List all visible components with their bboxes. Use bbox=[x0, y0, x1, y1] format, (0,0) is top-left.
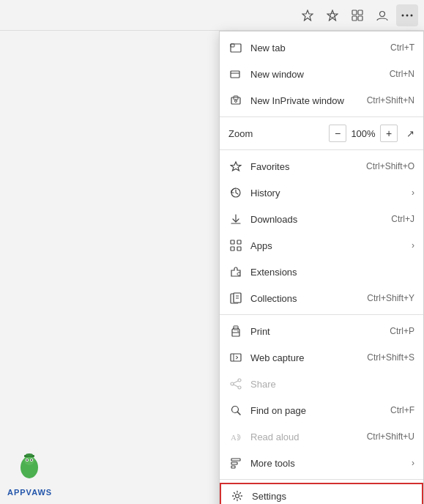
svg-point-38 bbox=[238, 386, 241, 389]
divider-4 bbox=[220, 479, 423, 480]
svg-point-8 bbox=[402, 14, 404, 16]
svg-rect-45 bbox=[231, 459, 240, 461]
menu-label-collections: Collections bbox=[250, 293, 361, 304]
svg-rect-5 bbox=[352, 16, 357, 21]
menu-item-downloads[interactable]: Downloads Ctrl+J bbox=[220, 206, 423, 232]
menu-shortcut-new-tab: Ctrl+T bbox=[390, 42, 414, 53]
downloads-icon bbox=[228, 212, 243, 226]
menu-item-apps[interactable]: Apps › bbox=[220, 232, 423, 259]
svg-point-9 bbox=[406, 14, 409, 16]
apps-icon bbox=[228, 238, 243, 253]
more-tools-toolbar-btn[interactable] bbox=[396, 4, 418, 26]
find-icon bbox=[228, 403, 243, 418]
zoom-in-button[interactable]: + bbox=[380, 125, 398, 142]
menu-item-findonpage[interactable]: Find on page Ctrl+F bbox=[220, 397, 423, 423]
svg-rect-4 bbox=[358, 10, 362, 15]
menu-label-new-tab: New tab bbox=[250, 42, 384, 53]
zoom-expand-icon[interactable]: ↗ bbox=[406, 128, 414, 139]
history-arrow-icon: › bbox=[412, 188, 414, 198]
menu-label-settings: Settings bbox=[252, 491, 413, 502]
menu-label-extensions: Extensions bbox=[250, 267, 414, 278]
extensions-icon bbox=[228, 264, 243, 279]
moretools-icon bbox=[228, 456, 243, 470]
menu-shortcut-new-inprivate: Ctrl+Shift+N bbox=[367, 95, 414, 105]
appvaws-text: APPVAWS bbox=[7, 488, 52, 497]
svg-point-2 bbox=[330, 13, 335, 18]
newtab-icon bbox=[228, 40, 243, 55]
svg-point-7 bbox=[380, 11, 385, 16]
svg-point-56 bbox=[31, 459, 32, 461]
menu-label-history: History bbox=[250, 188, 330, 199]
menu-item-new-inprivate[interactable]: New InPrivate window Ctrl+Shift+N bbox=[220, 87, 423, 114]
zoom-out-button[interactable]: − bbox=[329, 125, 346, 142]
menu-label-webcapture: Web capture bbox=[250, 352, 361, 363]
menu-label-print: Print bbox=[250, 326, 384, 337]
menu-item-collections[interactable]: Collections Ctrl+Shift+Y bbox=[220, 285, 423, 311]
print-icon bbox=[228, 324, 243, 338]
svg-text:A: A bbox=[231, 433, 237, 442]
browser-toolbar bbox=[0, 0, 424, 31]
zoom-row: Zoom − 100% + ↗ bbox=[220, 120, 423, 147]
menu-label-share: Share bbox=[250, 379, 414, 390]
svg-rect-3 bbox=[352, 10, 357, 15]
svg-point-34 bbox=[237, 330, 239, 332]
menu-label-new-inprivate: New InPrivate window bbox=[250, 95, 361, 106]
menu-item-moretools[interactable]: More tools › bbox=[220, 450, 423, 476]
divider-2 bbox=[220, 149, 423, 150]
menu-item-share[interactable]: Share bbox=[220, 371, 423, 397]
menu-label-findonpage: Find on page bbox=[250, 405, 384, 416]
menu-item-extensions[interactable]: Extensions bbox=[220, 259, 423, 285]
menu-item-favorites[interactable]: Favorites Ctrl+Shift+O bbox=[220, 153, 423, 179]
svg-point-48 bbox=[236, 494, 239, 498]
menu-item-new-tab[interactable]: New tab Ctrl+T bbox=[220, 34, 423, 61]
menu-shortcut-print: Ctrl+P bbox=[390, 326, 414, 336]
menu-item-new-window[interactable]: New window Ctrl+N bbox=[220, 61, 423, 87]
newwindow-icon bbox=[228, 67, 243, 81]
webcapture-icon bbox=[228, 350, 243, 365]
svg-marker-1 bbox=[327, 10, 338, 21]
menu-shortcut-favorites: Ctrl+Shift+O bbox=[366, 161, 414, 171]
menu-shortcut-readaloud: Ctrl+Shift+U bbox=[367, 431, 414, 442]
menu-shortcut-findonpage: Ctrl+F bbox=[390, 405, 414, 415]
menu-item-history[interactable]: History › bbox=[220, 179, 423, 206]
menu-shortcut-new-window: Ctrl+N bbox=[390, 69, 414, 79]
svg-point-10 bbox=[411, 14, 413, 16]
svg-line-43 bbox=[238, 412, 241, 415]
reading-list-toolbar-btn[interactable] bbox=[321, 4, 343, 26]
menu-label-downloads: Downloads bbox=[250, 214, 385, 225]
menu-item-readaloud[interactable]: A Read aloud Ctrl+Shift+U bbox=[220, 423, 423, 450]
svg-rect-6 bbox=[358, 16, 362, 21]
menu-label-readaloud: Read aloud bbox=[250, 431, 361, 442]
readaloud-icon: A bbox=[228, 429, 243, 444]
workspaces-toolbar-btn[interactable] bbox=[346, 4, 368, 26]
menu-label-apps: Apps bbox=[250, 240, 330, 251]
svg-marker-0 bbox=[302, 10, 313, 21]
menu-item-print[interactable]: Print Ctrl+P bbox=[220, 318, 423, 344]
zoom-value: 100% bbox=[351, 128, 376, 139]
svg-rect-46 bbox=[231, 462, 237, 464]
svg-rect-47 bbox=[231, 466, 235, 468]
svg-rect-35 bbox=[231, 354, 241, 361]
zoom-controls: − 100% + ↗ bbox=[329, 125, 414, 142]
svg-point-17 bbox=[235, 100, 237, 103]
svg-rect-24 bbox=[237, 247, 241, 251]
svg-rect-11 bbox=[231, 44, 241, 52]
svg-line-40 bbox=[234, 381, 238, 383]
menu-label-moretools: More tools bbox=[250, 458, 330, 469]
menu-label-favorites: Favorites bbox=[250, 161, 360, 172]
profile-toolbar-btn[interactable] bbox=[371, 4, 393, 26]
favorites-toolbar-btn[interactable] bbox=[297, 4, 319, 26]
history-icon bbox=[228, 185, 243, 200]
menu-shortcut-webcapture: Ctrl+Shift+S bbox=[367, 352, 414, 363]
menu-shortcut-downloads: Ctrl+J bbox=[391, 214, 414, 224]
menu-item-webcapture[interactable]: Web capture Ctrl+Shift+S bbox=[220, 344, 423, 371]
menu-item-settings[interactable]: Settings bbox=[220, 483, 423, 504]
svg-point-58 bbox=[26, 453, 33, 456]
zoom-label: Zoom bbox=[228, 128, 329, 139]
divider-3 bbox=[220, 314, 423, 315]
moretools-arrow-icon: › bbox=[412, 458, 414, 468]
svg-marker-18 bbox=[231, 162, 241, 171]
divider-1 bbox=[220, 116, 423, 117]
svg-rect-22 bbox=[237, 240, 241, 244]
svg-rect-21 bbox=[231, 240, 234, 244]
